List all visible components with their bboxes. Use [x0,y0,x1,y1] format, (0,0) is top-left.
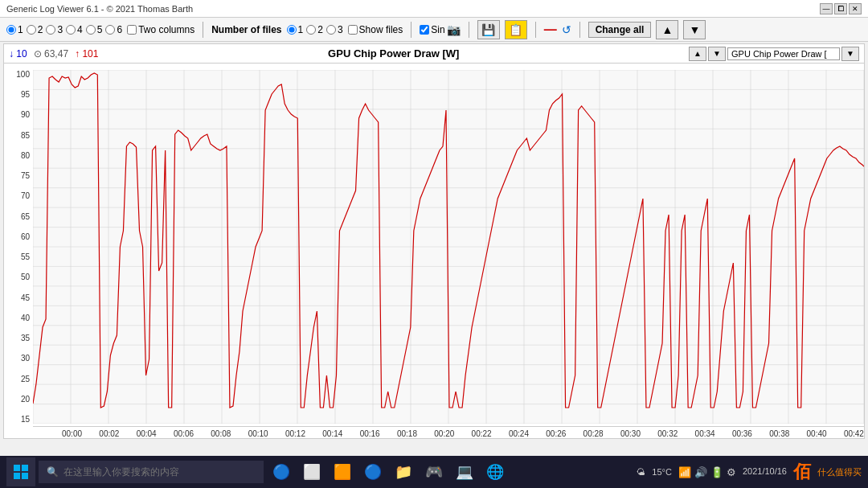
toolbar-separator-5 [579,22,580,38]
show-files-toggle[interactable]: Show files [348,24,403,35]
x-axis-label: 00:36 [732,429,752,438]
chart-stats: ↓ 10 ⊙ 63,47 ↑ 101 [9,48,98,59]
x-axis-label: 00:22 [472,429,492,438]
title-bar: Generic Log Viewer 6.1 - © 2021 Thomas B… [0,0,868,18]
x-axis-label: 00:02 [99,429,119,438]
change-all-button[interactable]: Change all [588,22,652,38]
stat-current: ⊙ 63,47 [34,48,68,59]
y-axis-label: 80 [21,151,30,160]
y-axis-label: 75 [21,171,30,180]
search-icon: 🔍 [47,466,59,478]
taskbar-date: 2021/10/16 [743,465,787,478]
camera-icon: 📷 [447,23,461,36]
x-axis-label: 00:20 [434,429,454,438]
svg-rect-45 [14,473,20,479]
start-button[interactable] [6,457,35,486]
chart-svg-wrapper: 1009590858075706560555045403530252015 [4,64,864,440]
x-axis: 00:0000:0200:0400:0600:0800:1000:1200:14… [33,426,864,441]
toolbar-separator-1 [203,22,203,38]
window-controls[interactable]: — ⧠ ✕ [820,3,862,14]
x-axis-label: 00:04 [137,429,157,438]
y-axis-label: 70 [21,191,30,200]
search-bar[interactable]: 🔍 [39,461,264,483]
chart-down-button[interactable]: ▼ [708,47,726,61]
x-axis-label: 00:10 [248,429,268,438]
file-radio-2[interactable]: 2 [27,24,43,35]
two-columns-toggle[interactable]: Two columns [127,24,194,35]
y-axis-label: 85 [21,131,30,140]
app-folder[interactable]: 📁 [389,457,418,486]
chart-main: 00:0000:0200:0400:0600:0800:1000:1200:14… [33,64,864,440]
svg-rect-46 [22,473,28,479]
file-radio-4[interactable]: 4 [66,24,83,35]
app-ppt[interactable]: 🟧 [328,457,357,486]
y-axis-label: 100 [16,70,30,79]
num-files-group: 1 2 3 [287,24,343,35]
num-files-radio-1[interactable]: 1 [287,24,304,35]
file-radio-1[interactable]: 1 [6,24,23,35]
chart-up-button[interactable]: ▲ [689,47,706,61]
y-axis-label: 90 [21,110,30,119]
chart-dropdown-button[interactable]: ▼ [841,47,859,61]
x-axis-label: 00:06 [174,429,194,438]
app-misc3[interactable]: 🌐 [481,457,510,486]
chart-controls: ▲ ▼ GPU Chip Power Draw [ ▼ [689,47,859,61]
save-button[interactable]: 💾 [477,20,500,39]
x-axis-label: 00:00 [62,429,82,438]
brand-text: 什么值得买 [817,466,862,478]
chart-svg [33,70,864,424]
x-axis-label: 00:40 [807,429,827,438]
scroll-down-button[interactable]: ▼ [683,20,706,39]
app-edge[interactable]: 🔵 [358,457,387,486]
y-axis-label: 65 [21,212,30,221]
temperature: 15°C [652,467,672,477]
x-axis-label: 00:38 [769,429,789,438]
x-axis-label: 00:26 [546,429,566,438]
y-axis: 1009590858075706560555045403530252015 [4,70,33,424]
y-axis-label: 95 [21,90,30,99]
y-axis-label: 55 [21,252,30,261]
y-axis-label: 40 [21,314,30,322]
x-axis-label: 00:28 [583,429,604,438]
chart-container: ↓ 10 ⊙ 63,47 ↑ 101 GPU Chip Power Draw [… [3,43,865,439]
x-axis-label: 00:42 [844,429,864,438]
file-radio-3[interactable]: 3 [46,24,63,35]
x-axis-label: 00:16 [360,429,380,438]
taskview-button[interactable]: ⬜ [297,457,326,486]
chart-header: ↓ 10 ⊙ 63,47 ↑ 101 GPU Chip Power Draw [… [4,44,864,64]
yellow-button[interactable]: 📋 [505,20,527,39]
x-axis-label: 00:34 [695,429,715,438]
file-radio-5[interactable]: 5 [86,24,103,35]
num-files-radio-3[interactable]: 3 [326,24,343,35]
toolbar-separator-3 [469,22,469,38]
chart-name-box[interactable]: GPU Chip Power Draw [ [727,47,840,60]
app-title: Generic Log Viewer 6.1 - © 2021 Thomas B… [6,4,193,14]
y-axis-label: 45 [21,293,30,302]
stat-max: ↑ 101 [75,48,98,59]
maximize-button[interactable]: ⧠ [834,3,847,14]
sin-toggle[interactable]: Sin 📷 [420,23,460,36]
y-axis-label: 50 [21,273,30,281]
x-axis-label: 00:24 [509,429,529,438]
x-axis-label: 00:18 [397,429,417,438]
file-radio-6[interactable]: 6 [105,24,122,35]
x-axis-label: 00:32 [657,429,678,438]
search-input[interactable] [63,466,224,478]
svg-rect-44 [22,465,28,471]
minimize-button[interactable]: — [820,3,833,14]
y-axis-label: 35 [21,334,30,342]
num-files-radio-2[interactable]: 2 [306,24,323,35]
taskbar-right: 🌤 15°C 📶🔊🔋⚙ 2021/10/16 佰 什么值得买 [637,460,862,484]
x-axis-label: 00:30 [620,429,641,438]
close-button[interactable]: ✕ [849,3,862,14]
y-axis-label: 60 [21,232,30,241]
app-misc2[interactable]: 💻 [450,457,479,486]
cortana-button[interactable]: 🔵 [267,457,296,486]
app-misc1[interactable]: 🎮 [420,457,448,486]
y-axis-label: 30 [21,354,30,363]
scroll-up-button[interactable]: ▲ [656,20,678,39]
chart-title: GPU Chip Power Draw [W] [98,47,689,59]
refresh-icon[interactable]: ↺ [562,23,571,36]
toolbar: 1 2 3 4 5 6 Two columns Number of files … [0,18,868,42]
y-axis-label: 25 [21,375,30,383]
